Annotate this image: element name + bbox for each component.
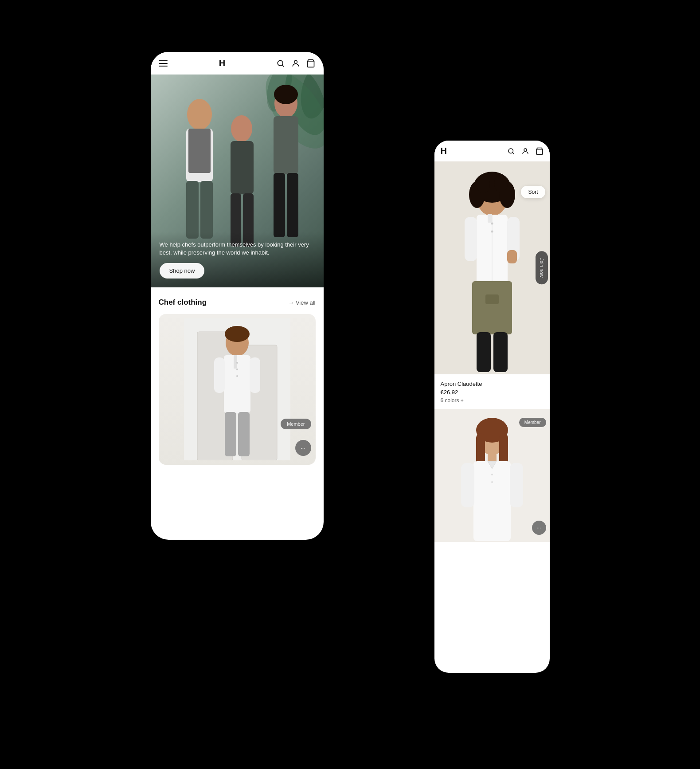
svg-point-18 (231, 115, 252, 142)
hero-tagline: We help chefs outperform themselves by l… (160, 241, 315, 257)
svg-rect-55 (472, 281, 512, 334)
product-1-price: €26,92 (441, 389, 544, 396)
arrow-right-icon: → (288, 299, 294, 306)
card-figure (159, 314, 316, 465)
search-icon[interactable] (276, 59, 285, 68)
svg-line-37 (512, 153, 514, 154)
chef-clothing-section: Chef clothing → View all (151, 287, 324, 465)
chat-icon[interactable]: ··· (295, 440, 311, 456)
svg-point-30 (236, 369, 238, 370)
view-all-label: View all (296, 299, 316, 306)
svg-rect-33 (250, 357, 260, 393)
phone-front: H Sort (434, 141, 550, 673)
svg-point-8 (187, 99, 212, 130)
svg-point-36 (508, 149, 513, 153)
section-header: Chef clothing → View all (159, 298, 316, 307)
svg-rect-51 (488, 214, 492, 223)
svg-rect-35 (238, 412, 250, 456)
people-silhouettes (151, 83, 324, 252)
chef-figure (184, 318, 290, 460)
chat-icon-2[interactable]: ··· (532, 521, 546, 535)
hero-section: We help chefs outperform themselves by l… (151, 75, 324, 287)
product-2-figure (434, 409, 550, 542)
svg-point-50 (491, 231, 493, 233)
svg-rect-58 (493, 332, 508, 372)
front-account-icon[interactable] (521, 147, 529, 155)
svg-rect-28 (234, 355, 237, 369)
svg-point-45 (477, 176, 490, 193)
svg-point-29 (236, 362, 238, 364)
svg-rect-15 (274, 116, 298, 174)
view-all-link[interactable]: → View all (288, 299, 316, 306)
svg-rect-52 (465, 217, 477, 261)
svg-point-66 (491, 474, 493, 475)
front-cart-icon[interactable] (536, 147, 544, 155)
sort-button[interactable]: Sort (521, 186, 545, 198)
svg-rect-10 (188, 129, 211, 173)
svg-rect-16 (274, 173, 285, 237)
svg-rect-56 (485, 294, 499, 304)
svg-rect-57 (477, 332, 491, 372)
svg-rect-11 (186, 181, 199, 239)
svg-point-26 (225, 326, 250, 342)
member-badge[interactable]: Member (281, 419, 311, 429)
svg-rect-12 (200, 181, 213, 239)
scene: H (151, 52, 550, 717)
svg-point-31 (236, 375, 238, 377)
join-now-button[interactable]: Join now (536, 251, 548, 284)
svg-point-2 (294, 60, 297, 63)
svg-point-38 (524, 149, 527, 151)
svg-rect-69 (510, 463, 523, 507)
svg-point-46 (494, 175, 508, 192)
product-1-colors: 6 colors + (441, 397, 544, 404)
svg-rect-68 (461, 463, 474, 507)
hamburger-icon[interactable] (159, 60, 168, 67)
section-title: Chef clothing (159, 298, 207, 307)
shop-now-button[interactable]: Shop now (160, 263, 205, 279)
product-card[interactable]: Member ··· (159, 314, 316, 465)
phone-back: H (151, 52, 324, 540)
join-now-wrapper: Join now (536, 251, 548, 284)
cart-icon[interactable] (306, 59, 315, 68)
svg-rect-54 (507, 250, 517, 263)
svg-rect-32 (214, 357, 225, 393)
svg-point-49 (491, 223, 493, 225)
phone-front-header: H (434, 141, 550, 161)
svg-point-0 (278, 60, 283, 66)
svg-rect-34 (225, 412, 236, 456)
chat-dots-2: ··· (536, 525, 541, 531)
account-icon[interactable] (291, 59, 300, 68)
product-1-name: Apron Claudette (441, 381, 544, 387)
header-icons (276, 59, 315, 68)
front-search-icon[interactable] (507, 147, 515, 155)
hero-overlay: We help chefs outperform themselves by l… (151, 232, 324, 287)
svg-rect-17 (287, 173, 298, 237)
chat-dots: ··· (301, 444, 306, 451)
logo[interactable]: H (219, 58, 225, 68)
front-product-2: Member ··· (434, 409, 550, 542)
svg-point-67 (491, 481, 493, 483)
front-header-icons (507, 147, 544, 155)
member-badge-2[interactable]: Member (519, 418, 546, 427)
svg-rect-19 (231, 141, 254, 194)
phone-back-header: H (151, 52, 324, 75)
svg-point-14 (274, 85, 298, 104)
svg-line-1 (282, 65, 284, 67)
front-logo[interactable]: H (441, 146, 446, 156)
svg-rect-65 (473, 461, 511, 541)
product-1-info: Apron Claudette €26,92 6 colors + (434, 374, 550, 407)
